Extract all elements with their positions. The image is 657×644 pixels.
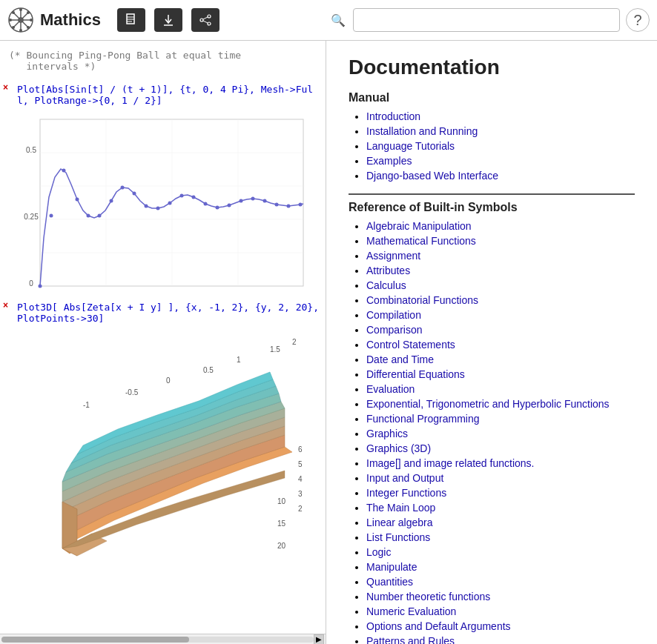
notebook-area[interactable]: (* Bouncing Ping-Pong Ball at equal time…: [0, 41, 326, 634]
list-item: Graphics (3D): [366, 442, 635, 454]
search-input[interactable]: [353, 8, 620, 32]
svg-point-52: [168, 202, 172, 205]
list-item: Examples: [366, 155, 635, 167]
svg-point-8: [30, 19, 33, 21]
svg-point-45: [87, 214, 90, 218]
ref-link[interactable]: Quantities: [366, 576, 413, 588]
svg-point-55: [204, 202, 208, 206]
ref-link[interactable]: Input and Output: [366, 472, 443, 484]
ref-link[interactable]: Image[] and image related functions.: [366, 457, 534, 469]
close-cell-1[interactable]: ×: [0, 79, 11, 93]
ref-link[interactable]: Exponential, Trigonometric and Hyperboli…: [366, 398, 610, 410]
ref-link[interactable]: Patterns and Rules: [366, 635, 455, 644]
svg-text:2: 2: [298, 505, 303, 513]
left-panel: (* Bouncing Ping-Pong Ball at equal time…: [0, 41, 326, 644]
svg-point-63: [299, 203, 303, 207]
list-item: Installation and Running: [366, 125, 635, 137]
plot-output-1: 0 π 2π 3π 4π 0 0.25 0.5: [0, 112, 326, 296]
plot-svg-1: 0 π 2π 3π 4π 0 0.25 0.5: [18, 112, 307, 290]
list-item: Graphics: [366, 428, 635, 439]
svg-point-22: [200, 19, 203, 21]
svg-point-46: [98, 214, 102, 218]
ref-link[interactable]: List Functions: [366, 531, 430, 543]
hscrollbar[interactable]: ▶: [0, 634, 326, 644]
ref-link[interactable]: Algebraic Manipulation: [366, 220, 472, 232]
right-panel[interactable]: Documentation Manual IntroductionInstall…: [326, 41, 657, 644]
ref-link[interactable]: Calculus: [366, 279, 406, 291]
ref-link[interactable]: Combinatorial Functions: [366, 294, 478, 306]
svg-point-12: [12, 26, 15, 29]
ref-list: Algebraic ManipulationMathematical Funct…: [349, 220, 635, 644]
ref-link[interactable]: Linear algebra: [366, 517, 433, 528]
help-icon: ?: [633, 12, 641, 29]
hscrollbar-right-arrow[interactable]: ▶: [314, 634, 324, 645]
ref-link[interactable]: Options and Default Arguments: [366, 620, 511, 632]
list-item: Differential Equations: [366, 368, 635, 380]
ref-link[interactable]: Manipulate: [366, 561, 417, 573]
hscrollbar-thumb[interactable]: [1, 637, 189, 643]
svg-text:0.25: 0.25: [24, 213, 39, 221]
manual-link[interactable]: Language Tutorials: [366, 140, 455, 152]
ref-link[interactable]: Graphics (3D): [366, 442, 431, 454]
ref-link[interactable]: Attributes: [366, 265, 410, 276]
list-item: Assignment: [366, 250, 635, 262]
svg-text:3π: 3π: [234, 289, 243, 290]
ref-link[interactable]: Assignment: [366, 250, 420, 262]
svg-point-20: [208, 15, 211, 18]
hscrollbar-track[interactable]: [1, 637, 314, 643]
ref-link[interactable]: Comparison: [366, 324, 422, 336]
svg-point-47: [110, 199, 113, 203]
ref-section: Reference of Built-in Symbols Algebraic …: [349, 193, 635, 644]
svg-text:20: 20: [277, 542, 286, 550]
main-content: (* Bouncing Ping-Pong Ball at equal time…: [0, 41, 657, 644]
new-button[interactable]: [117, 8, 145, 32]
ref-link[interactable]: Number theoretic functions: [366, 591, 490, 602]
ref-link[interactable]: Integer Functions: [366, 487, 446, 499]
manual-section: Manual IntroductionInstallation and Runn…: [349, 91, 635, 182]
help-button[interactable]: ?: [626, 8, 650, 32]
ref-link[interactable]: Logic: [366, 546, 391, 558]
svg-text:3: 3: [298, 490, 303, 498]
list-item: Quantities: [366, 576, 635, 588]
list-item: Date and Time: [366, 353, 635, 365]
ref-link[interactable]: The Main Loop: [366, 502, 435, 514]
logo-icon: [7, 7, 34, 33]
share-icon: [199, 13, 212, 27]
manual-link[interactable]: Django-based Web Interface: [366, 170, 498, 182]
new-doc-icon: [125, 13, 138, 27]
svg-point-62: [287, 205, 291, 208]
code-cell-row-2: × Plot3D[ Abs[Zeta[x + I y] ], {x, -1, 2…: [0, 296, 326, 330]
list-item: Manipulate: [366, 561, 635, 573]
ref-link[interactable]: Compilation: [366, 309, 421, 321]
share-button[interactable]: [191, 8, 219, 32]
ref-link[interactable]: Differential Equations: [366, 368, 465, 380]
ref-link[interactable]: Mathematical Functions: [366, 235, 476, 247]
svg-point-5: [19, 8, 22, 11]
download-button[interactable]: [154, 8, 182, 32]
logo-area: Mathics: [7, 7, 101, 33]
topbar: Mathics 🔍 ?: [0, 0, 657, 41]
manual-link[interactable]: Installation and Running: [366, 125, 478, 137]
close-cell-2[interactable]: ×: [0, 297, 11, 311]
list-item: Number theoretic functions: [366, 591, 635, 602]
manual-link[interactable]: Introduction: [366, 110, 420, 122]
svg-text:5: 5: [298, 460, 303, 468]
manual-list: IntroductionInstallation and RunningLang…: [349, 110, 635, 182]
download-icon: [162, 13, 175, 27]
ref-link[interactable]: Control Statements: [366, 339, 455, 351]
code-cell-1[interactable]: Plot[Abs[Sin[t] / (t + 1)], {t, 0, 4 Pi}…: [17, 81, 320, 109]
manual-link[interactable]: Examples: [366, 155, 412, 167]
ref-link[interactable]: Date and Time: [366, 353, 434, 365]
logo-text: Mathics: [40, 10, 101, 30]
svg-line-23: [203, 17, 208, 19]
svg-text:15: 15: [277, 519, 286, 528]
code-cell-2[interactable]: Plot3D[ Abs[Zeta[x + I y] ], {x, -1, 2},…: [17, 299, 320, 327]
list-item: The Main Loop: [366, 502, 635, 514]
ref-link[interactable]: Functional Programming: [366, 413, 480, 425]
svg-text:0: 0: [38, 289, 42, 290]
comment-cell: (* Bouncing Ping-Pong Ball at equal time…: [6, 44, 320, 75]
svg-text:6: 6: [298, 445, 303, 454]
ref-link[interactable]: Evaluation: [366, 383, 415, 395]
ref-link[interactable]: Numeric Evaluation: [366, 605, 456, 617]
ref-link[interactable]: Graphics: [366, 428, 408, 439]
